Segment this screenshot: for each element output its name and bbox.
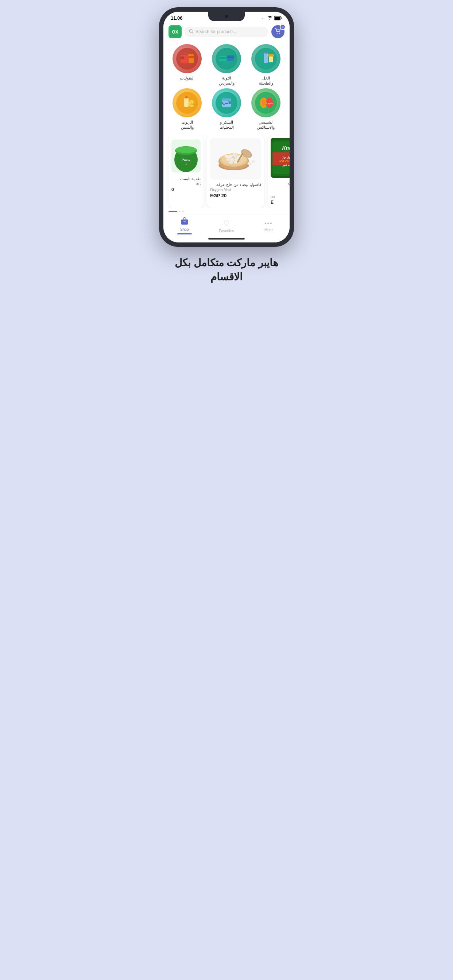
category-label-vinegar: الخلوالطحينة	[259, 75, 273, 86]
svg-text:الأسرة: الأسرة	[222, 100, 231, 105]
svg-rect-26	[185, 96, 188, 99]
search-bar[interactable]: Search for products...	[185, 27, 268, 37]
product-image-beans	[210, 138, 261, 180]
search-icon	[189, 29, 193, 35]
search-placeholder: Search for products...	[196, 29, 238, 34]
category-circle-oils: جهات	[172, 88, 202, 118]
camera-dot	[225, 15, 228, 18]
product-image-tahini: Paste di	[171, 138, 201, 174]
category-item-sugar[interactable]: الأسرة السكر والمحليات	[208, 88, 245, 130]
category-circle-legumes	[172, 44, 202, 73]
slide-indicator	[163, 208, 290, 212]
nav-indicator-shop	[177, 233, 192, 234]
svg-text:HOT VEGETA: HOT VEGETA	[279, 160, 290, 162]
product-card-knorr[interactable]: Kno جيتار حار HOT VEGETA ليبه كنور الدجا…	[268, 135, 290, 208]
svg-text:جهات: جهات	[190, 102, 197, 106]
favorites-icon: ♡	[223, 219, 230, 228]
svg-rect-1	[274, 17, 280, 20]
category-label-chips: الشيبسيوالاسناكس	[257, 119, 274, 130]
app-content: OX Search for products...	[163, 22, 290, 242]
product-price-knorr: E	[271, 200, 290, 205]
nav-label-shop: Shop	[180, 228, 188, 232]
footer-tagline: هايبر ماركت متكامل بكل الاقسام	[151, 256, 302, 284]
cart-icon	[274, 28, 281, 35]
category-item-chips[interactable]: Lay's الشيبسيوالاسناكس	[247, 88, 284, 130]
svg-text:Lay's: Lay's	[266, 102, 273, 105]
svg-point-6	[277, 33, 278, 33]
nav-label-favorites: Favorites	[219, 229, 234, 233]
svg-rect-16	[219, 57, 226, 59]
svg-text:جيتار حار: جيتار حار	[282, 156, 290, 159]
category-circle-tuna	[212, 44, 241, 73]
svg-rect-13	[184, 56, 189, 63]
logo: OX	[169, 25, 182, 38]
slide-dot-1	[179, 211, 180, 212]
header: OX Search for products...	[163, 22, 290, 41]
svg-rect-23	[268, 54, 274, 57]
status-icons: ···	[262, 16, 282, 21]
svg-rect-18	[227, 57, 234, 58]
svg-text:OX: OX	[172, 30, 178, 35]
product-store-beans: Oxygen Mart	[210, 188, 261, 192]
category-item-tuna[interactable]: التونةوالسردين	[208, 44, 245, 86]
wifi-icon	[267, 16, 273, 21]
svg-text:Paste: Paste	[182, 158, 190, 162]
product-title-beans: فاصوليا بيضاء من حاج عرفة	[210, 182, 261, 187]
svg-line-5	[192, 32, 193, 33]
category-circle-vinegar	[251, 44, 281, 73]
product-store-knorr: Ox	[271, 195, 290, 199]
svg-rect-32	[222, 99, 231, 100]
category-item-vinegar[interactable]: الخلوالطحينة	[247, 44, 284, 86]
battery-icon	[274, 16, 282, 21]
category-label-oils: الزيوتوالسمن	[181, 119, 194, 130]
cart-badge: 3	[280, 24, 286, 30]
category-circle-sugar: الأسرة	[212, 88, 241, 118]
svg-rect-14	[215, 48, 238, 70]
svg-text:ليبه كنور: ليبه كنور	[282, 164, 290, 167]
svg-text:Kno: Kno	[282, 145, 290, 151]
product-card-tahini[interactable]: ♡ Paste di	[169, 135, 204, 208]
category-label-sugar: السكر والمحليات	[220, 119, 234, 130]
shop-icon	[180, 217, 188, 226]
home-indicator	[163, 236, 290, 242]
product-title-knorr: الدجاج منكنور 35جرام	[271, 180, 290, 194]
svg-point-35	[262, 99, 266, 107]
product-image-knorr: Kno جيتار حار HOT VEGETA ليبه كنور	[271, 138, 290, 178]
slide-dot-2	[182, 211, 184, 212]
phone-frame: 11.06 ···	[159, 7, 294, 247]
category-label-legumes: البقوليات	[180, 75, 195, 81]
cart-button[interactable]: 3	[271, 25, 284, 38]
svg-point-58	[229, 161, 233, 164]
svg-text:di: di	[185, 163, 187, 165]
nav-label-more: More	[265, 228, 273, 232]
product-card-beans[interactable]: ♡	[207, 135, 264, 208]
home-bar	[208, 238, 245, 240]
svg-point-7	[279, 33, 280, 33]
svg-rect-21	[265, 51, 267, 54]
phone-screen: 11.06 ···	[163, 12, 290, 242]
bottom-nav: Shop ♡ Favorites ••• More	[163, 214, 290, 236]
svg-rect-25	[184, 98, 188, 107]
category-label-tuna: التونةوالسردين	[219, 75, 234, 86]
category-item-legumes[interactable]: البقوليات	[169, 44, 206, 86]
svg-rect-20	[264, 53, 268, 63]
svg-point-41	[176, 146, 196, 153]
svg-rect-22	[269, 56, 273, 62]
more-icon: •••	[265, 220, 273, 227]
product-title-tahini: طحينة البستart	[171, 177, 201, 186]
product-price-beans: EGP 20	[210, 193, 261, 198]
page-wrapper: 11.06 ···	[151, 0, 302, 299]
nav-item-shop[interactable]: Shop	[163, 217, 205, 234]
product-price-tahini: 0	[171, 187, 201, 192]
slide-dot-active	[169, 211, 177, 212]
nav-item-favorites[interactable]: ♡ Favorites	[205, 219, 247, 233]
status-bar: 11.06 ···	[163, 12, 290, 22]
notch	[208, 12, 245, 21]
categories-grid: البقوليات الت	[163, 41, 290, 133]
category-item-oils[interactable]: جهات الزيوتوالسمن	[169, 88, 206, 130]
products-section: ♡ Paste di	[163, 133, 290, 212]
nav-item-more[interactable]: ••• More	[248, 220, 290, 232]
status-time: 11.06	[171, 15, 183, 21]
svg-rect-72	[183, 221, 186, 222]
svg-rect-71	[181, 220, 188, 224]
